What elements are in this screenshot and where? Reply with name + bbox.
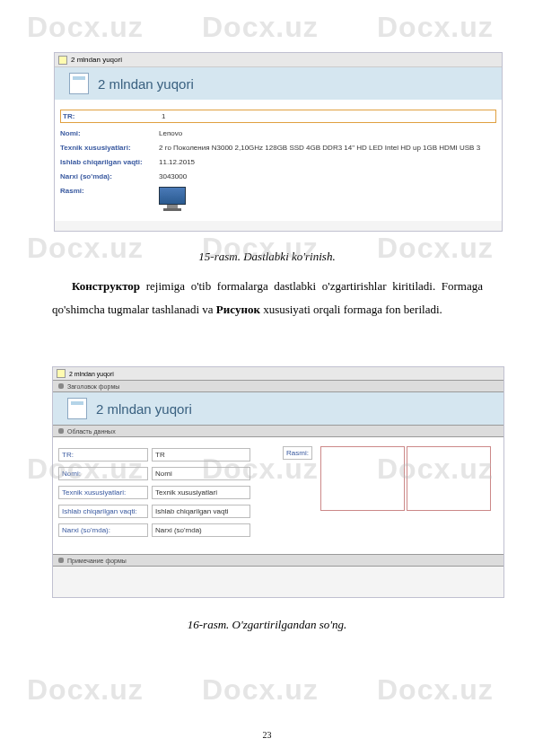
text-seg2: xususiyati orqali formaga fon beriladi. bbox=[260, 303, 442, 316]
watermark: Docx.uz bbox=[202, 673, 319, 707]
form-icon bbox=[58, 56, 67, 65]
form-title: 2 mlndan yuqori bbox=[96, 401, 192, 417]
image-placeholder bbox=[407, 446, 491, 511]
tab-bar: 2 mlndan yuqori bbox=[55, 53, 502, 67]
field-control-tr: TR bbox=[152, 448, 250, 462]
field-label-ishlab: Ishlab chiqarilgan vaqti: bbox=[60, 158, 159, 166]
form-body: TR: 1 Nomi: Lenovo Texnik xususiyatlari:… bbox=[55, 100, 502, 221]
field-value-nomi: Lenovo bbox=[159, 129, 182, 137]
field-control-narxi: Narxi (so'mda) bbox=[152, 523, 250, 537]
form-header: 2 mlndan yuqori bbox=[53, 392, 503, 425]
field-value-narxi: 3043000 bbox=[159, 172, 187, 180]
tab-title: 2 mlndan yuqori bbox=[69, 371, 114, 377]
figure-caption-15: 15-rasm. Dastlabki ko'rinish. bbox=[0, 250, 534, 264]
field-value-texnik: 2 го Поколения N3000 2,10GHz 128GB SSD 4… bbox=[159, 144, 480, 152]
field-label-narxi: Narxi (so'mda): bbox=[58, 523, 148, 537]
section-header-primechanie: Примечание формы bbox=[53, 554, 503, 567]
watermark: Docx.uz bbox=[377, 673, 494, 707]
document-icon bbox=[69, 73, 89, 94]
field-value-ishlab: 11.12.2015 bbox=[159, 158, 195, 166]
form-header: 2 mlndan yuqori bbox=[55, 67, 502, 100]
watermark: Docx.uz bbox=[377, 11, 494, 44]
field-control-ishlab: Ishlab chiqarilgan vaqti bbox=[152, 505, 250, 518]
figure-caption-16: 16-rasm. O'zgartirilgandan so'ng. bbox=[0, 618, 534, 632]
field-label-nomi: Nomi: bbox=[60, 129, 159, 137]
field-control-nomi: Nomi bbox=[152, 467, 250, 480]
monitor-icon bbox=[159, 187, 186, 211]
field-label-rasmi: Rasmi: bbox=[283, 446, 312, 460]
field-value-tr: 1 bbox=[162, 112, 165, 120]
image-placeholder bbox=[320, 446, 405, 511]
keyword-konstruktor: Конструктор bbox=[72, 279, 140, 293]
section-header-oblast: Область данных bbox=[53, 425, 503, 437]
document-icon bbox=[67, 398, 87, 419]
section-knob-icon bbox=[58, 558, 64, 563]
field-label-texnik: Texnik xususiyatlari: bbox=[58, 486, 148, 499]
design-area: TR: TR Nomi: Nomi Texnik xususiyatlari: … bbox=[53, 437, 503, 554]
page-number: 23 bbox=[0, 730, 534, 740]
screenshot-form-view: 2 mlndan yuqori 2 mlndan yuqori TR: 1 No… bbox=[54, 52, 503, 232]
field-label-tr: TR: bbox=[58, 448, 148, 462]
body-paragraph: Конструктор rejimiga o'tib formalarga da… bbox=[52, 275, 483, 321]
field-control-texnik: Texnik xususiyatlari bbox=[152, 486, 250, 499]
field-label-texnik: Texnik xususiyatlari: bbox=[60, 144, 159, 152]
field-label-narxi: Narxi (so'mda): bbox=[60, 172, 159, 180]
tab-bar: 2 mlndan yuqori bbox=[53, 367, 503, 380]
screenshot-design-view: 2 mlndan yuqori Заголовок формы 2 mlndan… bbox=[52, 366, 504, 598]
section-header-zagolovok: Заголовок формы bbox=[53, 380, 503, 392]
section-knob-icon bbox=[58, 383, 64, 389]
tab-title: 2 mlndan yuqori bbox=[71, 56, 122, 64]
field-label-tr: TR: bbox=[63, 112, 162, 120]
field-label-nomi: Nomi: bbox=[58, 467, 148, 480]
field-label-rasmi: Rasmi: bbox=[60, 187, 159, 211]
watermark: Docx.uz bbox=[27, 11, 144, 44]
watermark: Docx.uz bbox=[202, 11, 319, 44]
form-title: 2 mlndan yuqori bbox=[98, 76, 194, 92]
section-knob-icon bbox=[58, 428, 64, 434]
field-label-ishlab: Ishlab chiqarilgan vaqti: bbox=[58, 505, 148, 518]
keyword-risunok: Рисунок bbox=[216, 303, 260, 316]
watermark: Docx.uz bbox=[27, 673, 144, 707]
form-icon bbox=[57, 369, 66, 378]
